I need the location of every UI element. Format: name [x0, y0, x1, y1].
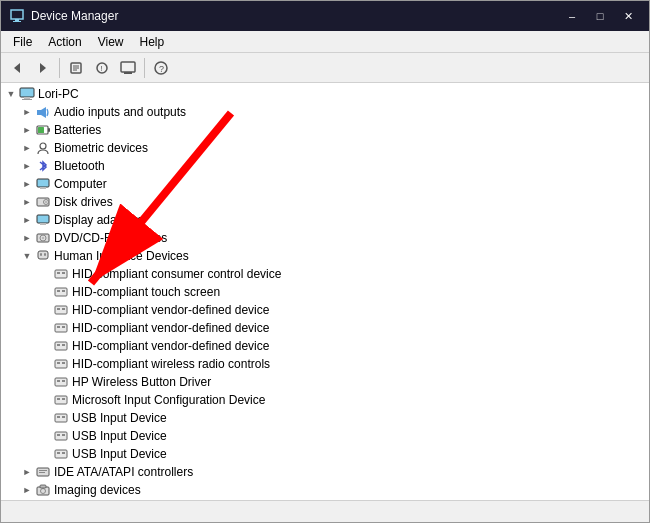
svg-rect-69: [55, 450, 67, 458]
disk-expander[interactable]: ►: [19, 194, 35, 210]
svg-rect-43: [57, 290, 60, 292]
hid-wireless-icon: [53, 356, 69, 372]
device-manager-window: Device Manager – □ ✕ File Action View He…: [0, 0, 650, 523]
tree-audio[interactable]: ► Audio inputs and outputs: [1, 103, 649, 121]
menu-help[interactable]: Help: [132, 31, 173, 52]
dvd-expander[interactable]: ►: [19, 230, 35, 246]
svg-rect-58: [57, 380, 60, 382]
battery-icon: [35, 122, 51, 138]
toolbar-separator-1: [59, 58, 60, 78]
svg-rect-26: [37, 179, 49, 187]
svg-rect-56: [62, 362, 65, 364]
tree-hid-consumer[interactable]: ► HID-compliant consumer control device: [1, 265, 649, 283]
tree-disk[interactable]: ► Disk drives: [1, 193, 649, 211]
svg-rect-32: [40, 223, 46, 225]
tree-hid-vendor3[interactable]: ► HID-compliant vendor-defined device: [1, 337, 649, 355]
tree-hid-usb3[interactable]: ► USB Input Device: [1, 445, 649, 463]
hid-usb1-icon: [53, 410, 69, 426]
minimize-button[interactable]: –: [559, 6, 585, 26]
hid-consumer-label: HID-compliant consumer control device: [72, 267, 281, 281]
biometric-label: Biometric devices: [54, 141, 148, 155]
tree-batteries[interactable]: ► Batteries: [1, 121, 649, 139]
close-button[interactable]: ✕: [615, 6, 641, 26]
imaging-expander[interactable]: ►: [19, 482, 35, 498]
display-label: Display adapters: [54, 213, 143, 227]
svg-rect-1: [15, 19, 19, 21]
tree-hid-ms-input[interactable]: ► Microsoft Input Configuration Device: [1, 391, 649, 409]
tree-hid-hp-button[interactable]: ► HP Wireless Button Driver: [1, 373, 649, 391]
svg-rect-68: [62, 434, 65, 436]
tree-hid-usb2[interactable]: ► USB Input Device: [1, 427, 649, 445]
help-button[interactable]: ?: [149, 56, 173, 80]
svg-point-30: [45, 201, 47, 203]
biometric-expander[interactable]: ►: [19, 140, 35, 156]
svg-rect-63: [55, 414, 67, 422]
tree-dvd[interactable]: ► DVD/CD-ROM drives: [1, 229, 649, 247]
device-tree[interactable]: ▼ Lori-PC ►: [1, 83, 649, 500]
hid-vendor2-label: HID-compliant vendor-defined device: [72, 321, 269, 335]
tree-hid-vendor2[interactable]: ► HID-compliant vendor-defined device: [1, 319, 649, 337]
svg-rect-51: [55, 342, 67, 350]
ide-icon: [35, 464, 51, 480]
display-expander[interactable]: ►: [19, 212, 35, 228]
tree-ide[interactable]: ► IDE ATA/ATAPI controllers: [1, 463, 649, 481]
menu-action[interactable]: Action: [40, 31, 89, 52]
svg-rect-41: [62, 272, 65, 274]
svg-text:?: ?: [159, 64, 164, 74]
tree-biometric[interactable]: ► Biometric devices: [1, 139, 649, 157]
maximize-button[interactable]: □: [587, 6, 613, 26]
tree-hid-wireless[interactable]: ► HID-compliant wireless radio controls: [1, 355, 649, 373]
update-driver-button[interactable]: !: [90, 56, 114, 80]
bluetooth-expander[interactable]: ►: [19, 158, 35, 174]
svg-rect-50: [62, 326, 65, 328]
svg-rect-60: [55, 396, 67, 404]
svg-rect-71: [62, 452, 65, 454]
root-expander[interactable]: ▼: [3, 86, 19, 102]
tree-hid-vendor1[interactable]: ► HID-compliant vendor-defined device: [1, 301, 649, 319]
properties-button[interactable]: [64, 56, 88, 80]
tree-hid-touch[interactable]: ► HID-compliant touch screen: [1, 283, 649, 301]
tree-root[interactable]: ▼ Lori-PC: [1, 85, 649, 103]
menu-view[interactable]: View: [90, 31, 132, 52]
tree-computer[interactable]: ► Computer: [1, 175, 649, 193]
computer-expander[interactable]: ►: [19, 176, 35, 192]
hid-icon: [35, 248, 51, 264]
root-label: Lori-PC: [38, 87, 79, 101]
batteries-expander[interactable]: ►: [19, 122, 35, 138]
svg-rect-45: [55, 306, 67, 314]
hid-ms-icon: [53, 392, 69, 408]
title-bar: Device Manager – □ ✕: [1, 1, 649, 31]
svg-rect-74: [39, 472, 45, 473]
toolbar: ! ?: [1, 53, 649, 83]
svg-rect-38: [44, 253, 46, 256]
computer-label: Computer: [54, 177, 107, 191]
svg-rect-54: [55, 360, 67, 368]
tree-display[interactable]: ► Display adapters: [1, 211, 649, 229]
forward-button[interactable]: [31, 56, 55, 80]
svg-rect-59: [62, 380, 65, 382]
computer-icon: [19, 86, 35, 102]
ide-expander[interactable]: ►: [19, 464, 35, 480]
hid-label: Human Interface Devices: [54, 249, 189, 263]
biometric-icon: [35, 140, 51, 156]
svg-rect-57: [55, 378, 67, 386]
hid-expander[interactable]: ▼: [19, 248, 35, 264]
hid-vendor1-label: HID-compliant vendor-defined device: [72, 303, 269, 317]
hid-hp-label: HP Wireless Button Driver: [72, 375, 211, 389]
back-button[interactable]: [5, 56, 29, 80]
scan-button[interactable]: [116, 56, 140, 80]
svg-rect-31: [37, 215, 49, 223]
svg-marker-4: [40, 63, 46, 73]
disk-icon: [35, 194, 51, 210]
svg-point-25: [40, 143, 46, 149]
menu-file[interactable]: File: [5, 31, 40, 52]
audio-label: Audio inputs and outputs: [54, 105, 186, 119]
audio-expander[interactable]: ►: [19, 104, 35, 120]
svg-rect-42: [55, 288, 67, 296]
tree-hid[interactable]: ▼ Human Interface Devices: [1, 247, 649, 265]
tree-hid-usb1[interactable]: ► USB Input Device: [1, 409, 649, 427]
tree-bluetooth[interactable]: ► Bluetooth: [1, 157, 649, 175]
hid-usb1-label: USB Input Device: [72, 411, 167, 425]
tree-imaging[interactable]: ► Imaging devices: [1, 481, 649, 499]
display-icon: [35, 212, 51, 228]
